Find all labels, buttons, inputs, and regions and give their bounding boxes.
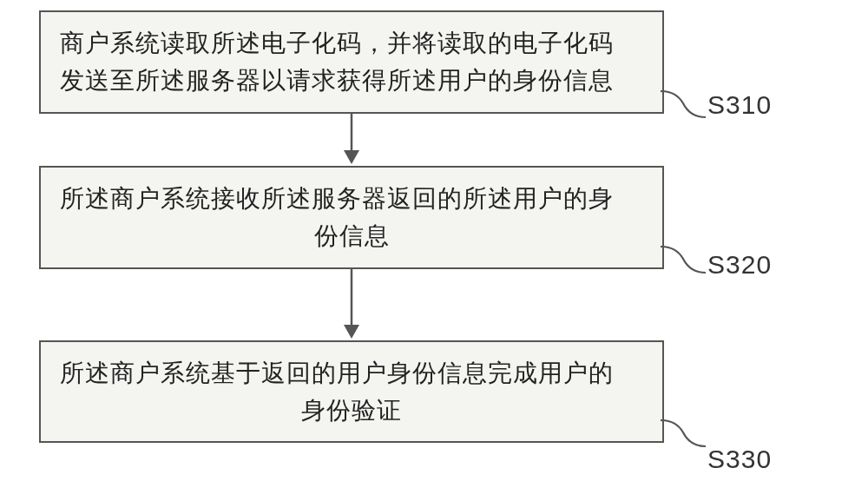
svg-marker-3 bbox=[344, 325, 359, 339]
svg-marker-1 bbox=[344, 150, 359, 164]
step-text-line: 商户系统读取所述电子化码，并将读取的电子化码 bbox=[60, 24, 643, 62]
label-connector bbox=[659, 240, 711, 283]
step-text-line: 份信息 bbox=[60, 217, 643, 254]
step-text-line: 身份验证 bbox=[60, 392, 643, 429]
flowchart-container: 商户系统读取所述电子化码，并将读取的电子化码 发送至所述服务器以请求获得所述用户… bbox=[39, 10, 829, 443]
step-text-line: 所述商户系统接收所述服务器返回的所述用户的身 bbox=[60, 180, 643, 217]
step-text-line: 所述商户系统基于返回的用户身份信息完成用户的 bbox=[60, 354, 643, 392]
label-connector bbox=[659, 413, 711, 457]
step-label-s330: S330 bbox=[707, 445, 772, 474]
step-text-line: 发送至所述服务器以请求获得所述用户的身份信息 bbox=[60, 62, 643, 99]
step-label-s320: S320 bbox=[707, 250, 772, 280]
flow-arrow bbox=[39, 114, 664, 166]
step-label-s310: S310 bbox=[707, 90, 772, 120]
flow-step-s310: 商户系统读取所述电子化码，并将读取的电子化码 发送至所述服务器以请求获得所述用户… bbox=[39, 10, 664, 114]
label-connector bbox=[659, 84, 711, 128]
arrow-down-icon bbox=[339, 114, 365, 166]
flow-step-s320: 所述商户系统接收所述服务器返回的所述用户的身 份信息 bbox=[39, 166, 664, 269]
flow-arrow bbox=[39, 269, 664, 340]
flow-step-s330: 所述商户系统基于返回的用户身份信息完成用户的 身份验证 bbox=[39, 340, 664, 444]
arrow-down-icon bbox=[339, 269, 365, 340]
